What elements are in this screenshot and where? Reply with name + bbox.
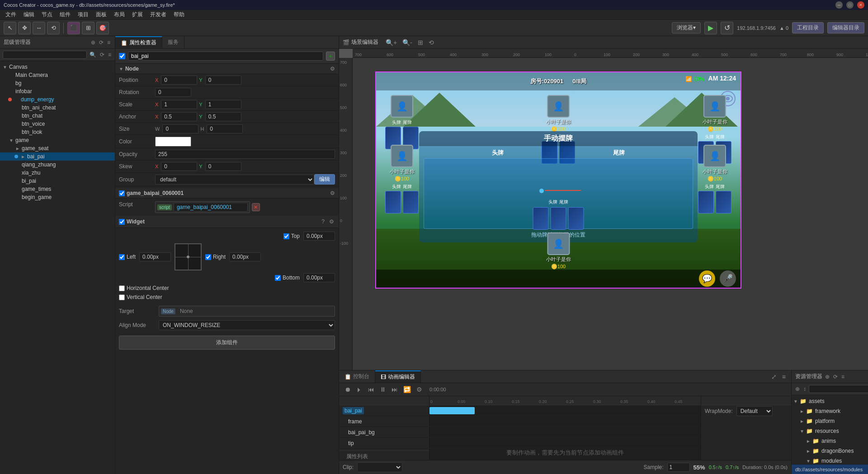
tree-item-btn-look[interactable]: btn_look bbox=[0, 128, 115, 136]
wrapmode-select[interactable]: Default bbox=[736, 406, 773, 416]
refresh-button[interactable]: ↺ bbox=[721, 22, 733, 34]
tab-properties[interactable]: 📋属性检查器 bbox=[115, 36, 162, 48]
script-enabled-checkbox[interactable] bbox=[119, 190, 125, 196]
asset-modules[interactable]: ▼ 📁 modules bbox=[792, 456, 868, 464]
script-remove-button[interactable]: ✕ bbox=[252, 203, 260, 211]
menu-panel[interactable]: 面板 bbox=[92, 10, 110, 19]
viewport[interactable]: 700 600 500 400 300 200 100 0 100 200 30… bbox=[339, 49, 868, 370]
node-section-header[interactable]: ▼ Node ⚙ bbox=[115, 64, 339, 74]
scene-tool-1[interactable]: ⊞ bbox=[416, 38, 425, 47]
size-h-input[interactable] bbox=[207, 124, 243, 133]
widget-gear-icon[interactable]: ⚙ bbox=[328, 218, 335, 226]
assets-refresh-icon[interactable]: ⟳ bbox=[832, 373, 839, 381]
timeline-record-btn[interactable]: ⏺ bbox=[343, 385, 353, 394]
tree-item-game-seat[interactable]: ► game_seat bbox=[0, 144, 115, 152]
tree-item-btn-ani-cheat[interactable]: btn_ani_cheat bbox=[0, 104, 115, 112]
tab-service[interactable]: 服务 bbox=[162, 36, 184, 48]
assets-menu-icon[interactable]: ≡ bbox=[840, 373, 845, 381]
asset-platform[interactable]: ► 📁 platform bbox=[792, 416, 868, 426]
timeline-prev-btn[interactable]: ⏮ bbox=[366, 385, 376, 394]
widget-top-input[interactable] bbox=[303, 232, 335, 241]
sample-input[interactable] bbox=[667, 463, 690, 472]
menu-component[interactable]: 组件 bbox=[56, 10, 74, 19]
menu-file[interactable]: 文件 bbox=[2, 10, 20, 19]
minimize-button[interactable]: ─ bbox=[835, 1, 843, 9]
search-icon[interactable]: 🔍 bbox=[89, 51, 97, 59]
close-button[interactable]: ✕ bbox=[857, 1, 864, 9]
rotation-input[interactable] bbox=[155, 88, 191, 97]
hierarchy-filter-icon[interactable]: ≡ bbox=[107, 51, 112, 59]
timeline-expand-btn[interactable]: ⤢ bbox=[769, 372, 778, 381]
project-dir-button[interactable]: 工程目录 bbox=[792, 22, 824, 33]
anchor-y-input[interactable] bbox=[205, 112, 241, 121]
timeline-settings-btn[interactable]: ⚙ bbox=[415, 385, 424, 394]
maximize-button[interactable]: □ bbox=[846, 1, 854, 9]
group-edit-button[interactable]: 编辑 bbox=[314, 174, 335, 185]
toolbar-btn-3[interactable]: ↔ bbox=[33, 22, 45, 34]
menu-node[interactable]: 节点 bbox=[38, 10, 56, 19]
menu-edit[interactable]: 编辑 bbox=[20, 10, 38, 19]
widget-enabled-checkbox[interactable] bbox=[119, 219, 125, 225]
scene-zoom-out[interactable]: 🔍- bbox=[401, 38, 414, 47]
timeline-loop-btn[interactable]: 🔁 bbox=[401, 385, 413, 394]
node-add-button[interactable]: + bbox=[326, 52, 335, 61]
assets-search-input[interactable] bbox=[809, 385, 868, 393]
node-gear-icon[interactable]: ⚙ bbox=[330, 66, 335, 72]
widget-bottom-checkbox[interactable] bbox=[275, 275, 281, 281]
timeline-stop-btn[interactable]: ⏸ bbox=[378, 385, 388, 394]
tab-console[interactable]: 📋控制台 bbox=[339, 370, 375, 383]
menu-layout[interactable]: 布局 bbox=[110, 10, 128, 19]
node-name-input[interactable] bbox=[128, 52, 323, 61]
scale-y-input[interactable] bbox=[205, 100, 241, 109]
widget-bottom-input[interactable] bbox=[303, 273, 335, 282]
play-button[interactable]: ▶ bbox=[704, 22, 717, 34]
hierarchy-expand-icon[interactable]: ⟳ bbox=[99, 51, 105, 59]
script-section-header[interactable]: game_baipai_0060001 ⚙ bbox=[115, 188, 339, 199]
hierarchy-refresh-icon[interactable]: ⟳ bbox=[98, 38, 104, 47]
position-x-input[interactable] bbox=[161, 76, 197, 85]
opacity-input[interactable] bbox=[155, 150, 335, 159]
toolbar-btn-2[interactable]: ✥ bbox=[18, 22, 31, 34]
script-name-input[interactable] bbox=[174, 203, 248, 212]
widget-right-input[interactable] bbox=[229, 252, 261, 261]
hierarchy-menu-icon[interactable]: ≡ bbox=[106, 38, 111, 47]
tab-animation-editor[interactable]: 🎞动画编辑器 bbox=[375, 370, 421, 383]
widget-left-checkbox[interactable] bbox=[119, 254, 125, 260]
horizontal-center-checkbox[interactable] bbox=[119, 285, 125, 291]
tree-item-maincamera[interactable]: Main Camera bbox=[0, 71, 115, 79]
timeline-next-btn[interactable]: ⏭ bbox=[390, 385, 400, 394]
tree-item-qiang-zhuang[interactable]: qiang_zhuang bbox=[0, 161, 115, 169]
widget-right-checkbox[interactable] bbox=[205, 254, 211, 260]
toolbar-btn-5[interactable]: ⬛ bbox=[67, 22, 80, 34]
add-component-button[interactable]: 添加组件 bbox=[119, 336, 335, 350]
asset-assets[interactable]: ▼ 📁 assets bbox=[792, 396, 868, 406]
menu-help[interactable]: 帮助 bbox=[170, 10, 188, 19]
asset-resources[interactable]: ▼ 📁 resources bbox=[792, 426, 868, 436]
assets-add-small-icon[interactable]: ⊕ bbox=[794, 385, 801, 393]
assets-sort-icon[interactable]: ↕ bbox=[802, 385, 807, 393]
align-mode-select[interactable]: ON_WINDOW_RESIZE bbox=[159, 320, 335, 330]
anchor-x-input[interactable] bbox=[161, 112, 197, 121]
menu-project[interactable]: 项目 bbox=[74, 10, 92, 19]
widget-top-checkbox[interactable] bbox=[283, 233, 289, 239]
asset-dragonbones[interactable]: ► 📁 dragonBones bbox=[792, 446, 868, 456]
position-y-input[interactable] bbox=[205, 76, 241, 85]
tree-item-bi-pai[interactable]: bi_pai bbox=[0, 177, 115, 185]
clip-select[interactable] bbox=[357, 462, 402, 472]
scene-zoom-in[interactable]: 🔍+ bbox=[384, 38, 399, 47]
group-select[interactable]: default bbox=[155, 175, 314, 185]
browse-button[interactable]: 浏览器▾ bbox=[672, 22, 701, 33]
widget-left-input[interactable] bbox=[139, 252, 171, 261]
timeline-play-btn[interactable]: ⏵ bbox=[354, 385, 364, 394]
scale-x-input[interactable] bbox=[161, 100, 197, 109]
tree-item-dump-energy[interactable]: dump_energy bbox=[0, 95, 115, 104]
tree-item-game-times[interactable]: game_times bbox=[0, 185, 115, 193]
tree-item-bai-pai[interactable]: ► bai_pai bbox=[0, 152, 115, 161]
toolbar-btn-6[interactable]: ⊞ bbox=[82, 22, 94, 34]
asset-framework[interactable]: ► 📁 framework bbox=[792, 406, 868, 416]
vertical-center-checkbox[interactable] bbox=[119, 294, 125, 300]
asset-anims[interactable]: ► 📁 anims bbox=[792, 436, 868, 446]
hierarchy-search-input[interactable] bbox=[3, 51, 87, 59]
toolbar-btn-1[interactable]: ↖ bbox=[4, 22, 16, 34]
tree-item-bg[interactable]: bg bbox=[0, 79, 115, 87]
